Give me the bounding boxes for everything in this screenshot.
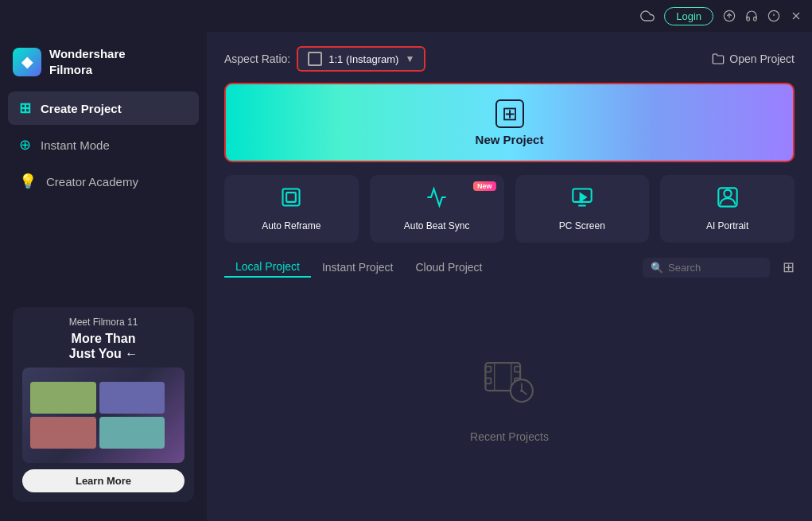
quick-card-pc-screen[interactable]: PC Screen — [515, 175, 650, 243]
app-logo-text: Wondershare Filmora — [49, 46, 126, 77]
tab-local-project[interactable]: Local Project — [224, 257, 311, 278]
quick-card-auto-reframe[interactable]: Auto Reframe — [224, 175, 359, 243]
quick-actions: Auto Reframe New Auto Beat Sync PC Scree… — [224, 175, 795, 243]
svg-point-10 — [581, 201, 582, 202]
svg-point-12 — [724, 190, 731, 197]
chevron-down-icon: ▼ — [405, 53, 414, 64]
promo-thumb-4 — [99, 417, 165, 449]
tab-instant-project[interactable]: Instant Project — [311, 257, 405, 278]
project-tabs: Local Project Instant Project Cloud Proj… — [224, 257, 493, 278]
login-button[interactable]: Login — [664, 7, 713, 25]
beat-sync-icon — [425, 186, 448, 214]
sidebar-logo: ◆ Wondershare Filmora — [0, 38, 207, 91]
quick-card-ai-portrait[interactable]: AI Portrait — [660, 175, 795, 243]
aspect-ratio-select[interactable]: 1:1 (Instagram) ▼ — [297, 46, 425, 72]
aspect-ratio-box-icon — [308, 52, 322, 66]
new-badge: New — [473, 181, 496, 191]
top-row: Aspect Ratio: 1:1 (Instagram) ▼ Open Pro… — [224, 46, 795, 72]
film-clock-icon — [482, 352, 538, 419]
search-icon: 🔍 — [651, 262, 663, 274]
upload-icon[interactable] — [723, 10, 736, 22]
sidebar-item-creator-academy[interactable]: 💡 Creator Academy — [8, 165, 199, 198]
open-project-button[interactable]: Open Project — [712, 52, 795, 65]
quick-card-auto-beat-sync[interactable]: New Auto Beat Sync — [370, 175, 504, 243]
tab-cloud-project[interactable]: Cloud Project — [404, 257, 493, 278]
ai-portrait-icon — [717, 186, 739, 214]
sidebar: ◆ Wondershare Filmora ⊞ Create Project ⊕… — [0, 32, 207, 521]
promo-card: Meet Filmora 11 More ThanJust You ← Lear… — [13, 307, 194, 502]
alert-icon[interactable] — [767, 10, 780, 22]
screen-icon — [571, 186, 593, 214]
close-icon[interactable] — [790, 10, 802, 22]
instant-mode-icon: ⊕ — [19, 136, 31, 154]
new-project-icon: ⊞ — [495, 99, 524, 128]
promo-thumb-3 — [30, 417, 96, 449]
svg-rect-8 — [287, 192, 297, 202]
main-layout: ◆ Wondershare Filmora ⊞ Create Project ⊕… — [0, 32, 812, 521]
quick-card-label: Auto Reframe — [262, 220, 321, 231]
promo-image — [22, 367, 185, 463]
learn-more-button[interactable]: Learn More — [22, 469, 185, 492]
create-project-icon: ⊞ — [19, 99, 31, 117]
aspect-ratio-label: Aspect Ratio: — [224, 52, 290, 65]
search-bar[interactable]: 🔍 — [643, 258, 770, 278]
recent-projects-empty: Recent Projects — [224, 289, 795, 507]
new-project-banner[interactable]: ⊞ New Project — [224, 83, 795, 162]
content-area: Aspect Ratio: 1:1 (Instagram) ▼ Open Pro… — [207, 32, 812, 521]
promo-thumb-1 — [30, 382, 96, 414]
titlebar: Login — [0, 0, 812, 32]
folder-icon — [712, 52, 725, 65]
cloud-icon[interactable] — [640, 9, 655, 23]
app-logo-icon: ◆ — [13, 48, 41, 76]
search-input[interactable] — [668, 262, 762, 274]
promo-thumb-2 — [99, 382, 165, 414]
headset-icon[interactable] — [745, 10, 758, 22]
project-tabs-row: Local Project Instant Project Cloud Proj… — [224, 257, 795, 278]
quick-card-label: Auto Beat Sync — [404, 220, 470, 231]
recent-projects-label: Recent Projects — [470, 430, 549, 443]
sidebar-item-label: Create Project — [41, 102, 122, 115]
sidebar-item-create-project[interactable]: ⊞ Create Project — [8, 91, 199, 125]
promo-headline: More ThanJust You ← — [22, 331, 185, 361]
svg-rect-7 — [283, 189, 300, 206]
sidebar-item-instant-mode[interactable]: ⊕ Instant Mode — [8, 128, 199, 161]
new-project-label: New Project — [476, 133, 544, 146]
reframe-icon — [280, 186, 302, 214]
sidebar-nav: ⊞ Create Project ⊕ Instant Mode 💡 Creato… — [0, 91, 207, 198]
svg-point-24 — [520, 389, 523, 392]
grid-view-button[interactable]: ⊞ — [783, 259, 795, 276]
open-project-label: Open Project — [729, 52, 795, 65]
sidebar-item-label: Creator Academy — [46, 175, 138, 189]
sidebar-item-label: Instant Mode — [41, 138, 110, 152]
quick-card-label: AI Portrait — [706, 220, 748, 231]
quick-card-label: PC Screen — [559, 220, 605, 231]
aspect-ratio-value: 1:1 (Instagram) — [328, 53, 398, 65]
creator-academy-icon: 💡 — [19, 173, 37, 190]
promo-subtitle: Meet Filmora 11 — [22, 317, 185, 328]
